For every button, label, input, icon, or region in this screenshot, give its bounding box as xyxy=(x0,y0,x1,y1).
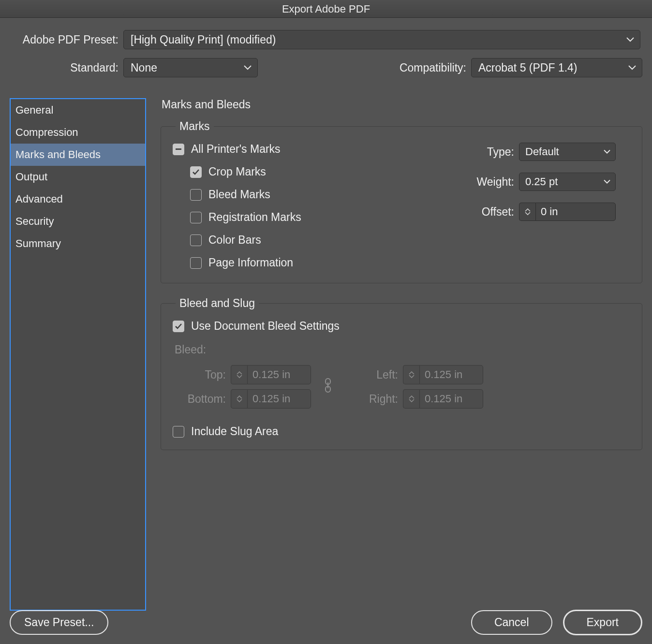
bleed-left-label: Left: xyxy=(345,368,403,381)
main-panel: Marks and Bleeds Marks All Printer's Mar… xyxy=(161,98,642,611)
chevron-down-icon xyxy=(628,65,636,70)
sidebar-item[interactable]: General xyxy=(11,99,145,121)
offset-stepper[interactable] xyxy=(519,203,535,221)
type-label: Type: xyxy=(471,146,519,159)
all-printers-marks-label: All Printer's Marks xyxy=(191,143,281,156)
bleed-top-label: Top: xyxy=(173,368,231,381)
preset-label: Adobe PDF Preset: xyxy=(10,33,123,46)
include-slug-label: Include Slug Area xyxy=(191,425,278,438)
use-document-bleed-label: Use Document Bleed Settings xyxy=(191,320,340,333)
page-information-label: Page Information xyxy=(208,256,293,269)
color-bars-label: Color Bars xyxy=(208,234,261,247)
top-panel: Adobe PDF Preset: [High Quality Print] (… xyxy=(0,18,652,88)
bleed-left-input: 0.125 in xyxy=(403,365,483,384)
registration-marks-label: Registration Marks xyxy=(208,211,301,224)
window-title: Export Adobe PDF xyxy=(0,0,652,18)
save-preset-button[interactable]: Save Preset... xyxy=(10,610,108,635)
weight-label: Weight: xyxy=(471,176,519,189)
panel-title: Marks and Bleeds xyxy=(161,98,642,111)
sidebar-item[interactable]: Advanced xyxy=(11,188,145,210)
preset-value: [High Quality Print] (modified) xyxy=(131,33,276,46)
preset-select[interactable]: [High Quality Print] (modified) xyxy=(123,30,640,49)
bleed-right-input: 0.125 in xyxy=(403,389,483,409)
bleed-bottom-input: 0.125 in xyxy=(231,389,311,409)
footer: Save Preset... Cancel Export xyxy=(0,610,652,635)
offset-label: Offset: xyxy=(471,205,519,219)
type-select[interactable]: Default xyxy=(519,143,616,161)
bleed-right-stepper xyxy=(403,389,419,409)
compat-select[interactable]: Acrobat 5 (PDF 1.4) xyxy=(471,58,642,77)
sidebar-item[interactable]: Output xyxy=(11,166,145,188)
chevron-down-icon xyxy=(604,150,610,154)
bleed-marks-checkbox[interactable] xyxy=(190,189,202,201)
color-bars-checkbox[interactable] xyxy=(190,234,202,246)
bleed-top-stepper xyxy=(231,365,247,384)
offset-input[interactable]: 0 in xyxy=(519,203,616,221)
marks-fieldset: Marks All Printer's Marks Crop Marks xyxy=(161,120,642,283)
bleed-right-label: Right: xyxy=(345,393,403,406)
crop-marks-checkbox[interactable] xyxy=(190,166,202,178)
type-value: Default xyxy=(525,146,559,158)
bleed-left-value: 0.125 in xyxy=(419,365,483,384)
sidebar-item[interactable]: Security xyxy=(11,210,145,233)
sidebar-item[interactable]: Compression xyxy=(11,121,145,144)
bleed-bottom-stepper xyxy=(231,389,247,409)
bleed-bottom-value: 0.125 in xyxy=(247,389,311,409)
bleed-top-input: 0.125 in xyxy=(231,365,311,384)
compat-label: Compatibility: xyxy=(258,61,471,74)
standard-select[interactable]: None xyxy=(123,58,258,77)
use-document-bleed-checkbox[interactable] xyxy=(173,321,184,332)
weight-select[interactable]: 0.25 pt xyxy=(519,173,616,191)
offset-value[interactable]: 0 in xyxy=(535,203,616,221)
chevron-down-icon xyxy=(244,65,252,70)
bleed-right-value: 0.125 in xyxy=(419,389,483,409)
bleed-legend: Bleed and Slug xyxy=(176,297,259,310)
bleed-fieldset: Bleed and Slug Use Document Bleed Settin… xyxy=(161,297,642,450)
sidebar-item[interactable]: Summary xyxy=(11,233,145,255)
bleed-marks-label: Bleed Marks xyxy=(208,188,270,201)
compat-value: Acrobat 5 (PDF 1.4) xyxy=(478,61,578,74)
chevron-down-icon xyxy=(604,180,610,184)
all-printers-marks-checkbox[interactable] xyxy=(173,144,184,155)
bleed-left-stepper xyxy=(403,365,419,384)
bleed-bottom-label: Bottom: xyxy=(173,393,231,406)
export-button[interactable]: Export xyxy=(563,610,642,635)
bleed-top-value: 0.125 in xyxy=(247,365,311,384)
marks-legend: Marks xyxy=(176,120,214,133)
link-icon xyxy=(321,378,335,395)
sidebar-item[interactable]: Marks and Bleeds xyxy=(11,144,145,166)
page-information-checkbox[interactable] xyxy=(190,257,202,269)
include-slug-checkbox[interactable] xyxy=(173,426,184,438)
chevron-down-icon xyxy=(626,37,634,42)
crop-marks-label: Crop Marks xyxy=(208,165,266,178)
bleed-heading: Bleed: xyxy=(175,343,630,356)
standard-label: Standard: xyxy=(10,61,123,74)
standard-value: None xyxy=(131,61,157,74)
cancel-button[interactable]: Cancel xyxy=(471,610,552,635)
sidebar: GeneralCompressionMarks and BleedsOutput… xyxy=(10,98,146,611)
registration-marks-checkbox[interactable] xyxy=(190,212,202,223)
weight-value: 0.25 pt xyxy=(525,176,558,188)
